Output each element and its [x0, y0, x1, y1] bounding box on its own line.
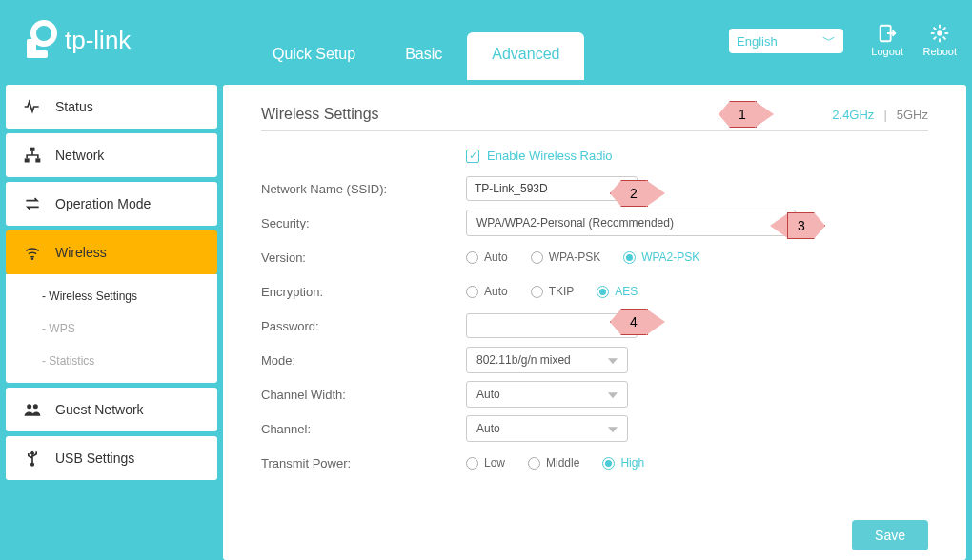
users-icon	[23, 400, 42, 419]
sidebar-item-label: Network	[55, 148, 104, 163]
encryption-aes-radio[interactable]: AES	[597, 285, 638, 298]
password-label: Password:	[261, 319, 466, 333]
brand-logo: tp-link	[19, 20, 131, 60]
channel-width-label: Channel Width:	[261, 388, 466, 402]
checkbox-icon: ✓	[466, 150, 479, 163]
app-header: tp-link Quick Setup Basic Advanced Engli…	[0, 0, 972, 80]
sidebar-item-label: USB Settings	[55, 450, 134, 466]
reboot-label: Reboot	[923, 46, 957, 57]
wifi-icon	[23, 243, 42, 262]
brand-text: tp-link	[65, 26, 131, 55]
logout-label: Logout	[871, 46, 903, 57]
channel-width-select[interactable]: Auto	[466, 381, 628, 408]
svg-point-16	[31, 257, 34, 260]
svg-rect-15	[35, 158, 40, 162]
subnav-statistics[interactable]: - Statistics	[6, 345, 217, 377]
security-select[interactable]: WPA/WPA2-Personal (Recommended)	[466, 210, 796, 236]
tx-power-middle-radio[interactable]: Middle	[528, 456, 579, 470]
enable-wireless-radio-label: Enable Wireless Radio	[487, 149, 613, 163]
band-separator: |	[883, 108, 886, 122]
svg-point-18	[33, 404, 38, 409]
page-title: Wireless Settings	[261, 106, 379, 123]
reboot-button[interactable]: Reboot	[923, 23, 957, 57]
sidebar-item-wireless[interactable]: Wireless	[6, 230, 217, 274]
sidebar-item-label: Status	[55, 99, 93, 114]
band-24ghz[interactable]: 2.4GHz	[832, 108, 874, 122]
security-label: Security:	[261, 216, 466, 230]
sidebar: Status Network Operation Mode Wireless -…	[0, 80, 223, 560]
mode-label: Mode:	[261, 353, 466, 368]
ssid-label: Network Name (SSID):	[261, 182, 466, 196]
svg-rect-13	[30, 148, 35, 151]
sidebar-item-network[interactable]: Network	[6, 133, 217, 177]
enable-wireless-radio-checkbox[interactable]: ✓ Enable Wireless Radio	[466, 149, 928, 163]
encryption-label: Encryption:	[261, 285, 466, 299]
svg-line-12	[943, 28, 946, 30]
sidebar-item-guest-network[interactable]: Guest Network	[6, 388, 217, 431]
channel-label: Channel:	[261, 422, 466, 436]
mode-select[interactable]: 802.11b/g/n mixed	[466, 347, 628, 373]
ssid-input[interactable]	[466, 176, 638, 201]
svg-rect-2	[27, 50, 48, 58]
encryption-auto-radio[interactable]: Auto	[466, 285, 508, 298]
subnav-wireless-settings[interactable]: - Wireless Settings	[6, 280, 217, 312]
sidebar-item-status[interactable]: Status	[6, 85, 217, 129]
language-select[interactable]: English ﹀	[729, 29, 843, 53]
tab-basic[interactable]: Basic	[380, 32, 467, 80]
sidebar-item-usb-settings[interactable]: USB Settings	[6, 436, 217, 480]
sidebar-item-operation-mode[interactable]: Operation Mode	[6, 182, 217, 226]
password-input[interactable]	[466, 313, 638, 338]
tx-power-low-radio[interactable]: Low	[466, 456, 505, 470]
chevron-down-icon: ﹀	[822, 32, 836, 50]
version-wpa-psk-radio[interactable]: WPA-PSK	[531, 250, 600, 264]
band-switch: 2.4GHz | 5GHz	[832, 108, 928, 122]
subnav-wps[interactable]: - WPS	[6, 312, 217, 345]
sidebar-subnav-wireless: - Wireless Settings - WPS - Statistics	[6, 274, 217, 383]
version-label: Version:	[261, 250, 466, 265]
version-wpa2-psk-radio[interactable]: WPA2-PSK	[623, 250, 699, 264]
svg-line-10	[943, 37, 946, 40]
tx-power-high-radio[interactable]: High	[602, 456, 644, 470]
sidebar-item-label: Guest Network	[55, 402, 144, 417]
encryption-tkip-radio[interactable]: TKIP	[531, 285, 575, 298]
svg-point-17	[27, 404, 31, 409]
swap-icon	[23, 194, 42, 213]
logout-button[interactable]: Logout	[871, 23, 903, 57]
main-tabs: Quick Setup Basic Advanced	[248, 32, 584, 80]
pulse-icon	[23, 97, 42, 116]
tp-link-logo-icon	[19, 20, 59, 60]
tx-power-label: Transmit Power:	[261, 456, 466, 470]
sidebar-item-label: Operation Mode	[55, 196, 151, 211]
svg-point-4	[938, 30, 943, 36]
tab-advanced[interactable]: Advanced	[467, 32, 584, 80]
main-panel: Wireless Settings 2.4GHz | 5GHz ✓ Enable…	[223, 85, 966, 560]
band-5ghz[interactable]: 5GHz	[897, 108, 928, 122]
save-button[interactable]: Save	[852, 520, 928, 550]
language-value: English	[737, 34, 778, 49]
usb-icon	[23, 449, 42, 468]
svg-rect-14	[25, 158, 30, 162]
sidebar-item-label: Wireless	[55, 245, 107, 260]
svg-line-11	[934, 37, 937, 40]
reboot-icon	[929, 23, 950, 44]
network-icon	[23, 146, 42, 165]
svg-point-0	[33, 23, 54, 44]
version-auto-radio[interactable]: Auto	[466, 250, 508, 264]
svg-line-9	[934, 28, 937, 30]
tab-quick-setup[interactable]: Quick Setup	[248, 32, 380, 80]
logout-icon	[877, 23, 898, 44]
channel-select[interactable]: Auto	[466, 415, 628, 442]
